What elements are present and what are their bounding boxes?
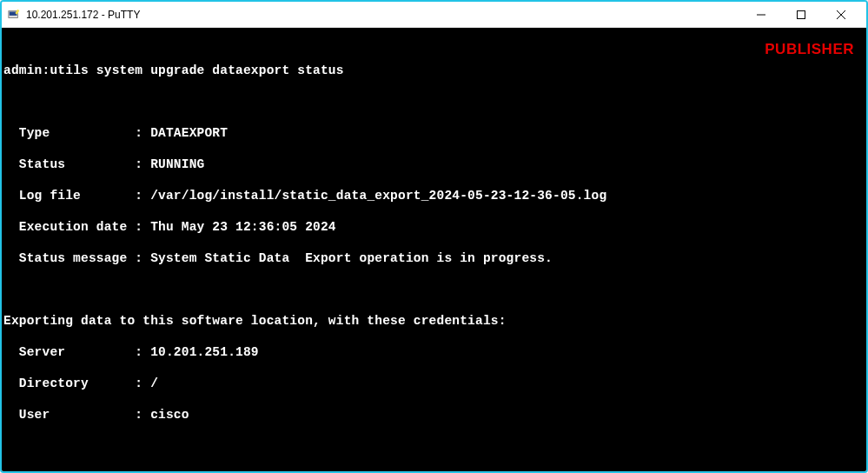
terminal-line: Server : 10.201.251.189: [3, 344, 865, 360]
terminal-line: Type : DATAEXPORT: [3, 125, 865, 141]
terminal-line: User : cisco: [3, 407, 865, 423]
prompt: admin:: [3, 470, 50, 471]
terminal-line: [3, 438, 865, 454]
window-controls: [741, 2, 861, 28]
terminal-line: admin:: [3, 470, 865, 471]
terminal-line: Status message : System Static Data Expo…: [3, 250, 865, 266]
terminal-line: Status : RUNNING: [3, 157, 865, 172]
terminal-line: [3, 282, 865, 297]
terminal-line: [3, 94, 865, 110]
terminal-line: Execution date : Thu May 23 12:36:05 202…: [3, 219, 865, 235]
terminal-line: Exporting data to this software location…: [3, 313, 865, 329]
terminal-line: admin:utils system upgrade dataexport st…: [3, 63, 865, 78]
svg-rect-4: [798, 10, 805, 18]
terminal-line: Directory : /: [3, 376, 865, 391]
terminal-area[interactable]: PUBLISHER admin:utils system upgrade dat…: [2, 28, 866, 471]
putty-icon: [7, 8, 21, 22]
publisher-label: PUBLISHER: [765, 42, 854, 57]
window-title: 10.201.251.172 - PuTTY: [26, 9, 140, 21]
minimize-button[interactable]: [741, 2, 781, 28]
prompt: admin:: [3, 63, 50, 77]
terminal-line: Log file : /var/log/install/static_data_…: [3, 188, 865, 203]
command-text: utils system upgrade dataexport status: [50, 63, 343, 77]
window-titlebar: 10.201.251.172 - PuTTY: [2, 2, 866, 28]
maximize-button[interactable]: [781, 2, 821, 28]
close-button[interactable]: [821, 2, 861, 28]
